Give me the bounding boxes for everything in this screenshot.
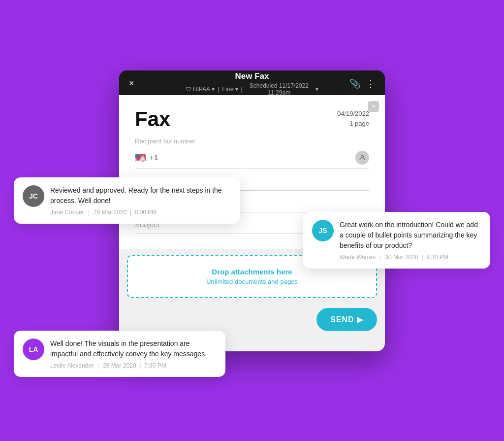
window-subtitle: 🛡 HIPAA ▾ | Fine ▾ | Scheduled 11/17/202… — [186, 82, 318, 96]
comment-meta-jc: Jane Cooper | 29 Mar 2020 | 8:00 PM — [50, 209, 231, 216]
avatar-jc: JC — [23, 185, 44, 207]
comment-text-js: Great work on the introduction! Could we… — [340, 220, 481, 251]
comment-date-js: 30 Mar 2020 | 9:30 PM — [385, 254, 448, 261]
phone-field[interactable]: 🇺🇸 +1 — [135, 147, 369, 169]
more-icon[interactable]: ⋮ — [366, 78, 375, 89]
scheduled-badge[interactable]: Scheduled 11/17/2022 11:29am — [246, 82, 313, 96]
comment-date-jc: 29 Mar 2020 | 8:00 PM — [94, 209, 157, 216]
title-bar-center: New Fax 🛡 HIPAA ▾ | Fine ▾ | Scheduled 1… — [186, 71, 318, 96]
fax-meta: 04/19/2022 1 page — [337, 109, 369, 130]
comment-text-jc: Reviewed and approved. Ready for the nex… — [50, 185, 231, 206]
comment-content-jc: Reviewed and approved. Ready for the nex… — [50, 185, 231, 216]
fax-paper-close[interactable]: × — [368, 101, 379, 112]
title-bar: × New Fax 🛡 HIPAA ▾ | Fine ▾ | Scheduled… — [119, 70, 385, 95]
separator1: | — [218, 86, 219, 93]
comment-name-jc: Jane Cooper — [50, 209, 84, 216]
comment-content-js: Great work on the introduction! Could we… — [340, 220, 481, 261]
hipaa-badge[interactable]: 🛡 HIPAA ▾ — [186, 86, 215, 93]
quality-chevron: ▾ — [235, 86, 238, 93]
comment-content-la: Well done! The visuals in the presentati… — [50, 339, 217, 369]
drop-title: Drop attachments here — [140, 268, 364, 276]
avatar-la: LA — [23, 339, 44, 360]
hipaa-chevron: ▾ — [212, 86, 215, 93]
separator2: | — [241, 86, 243, 93]
send-button[interactable]: SEND ▶ — [316, 308, 377, 331]
comment-text-la: Well done! The visuals in the presentati… — [50, 339, 217, 359]
contacts-icon[interactable] — [355, 151, 369, 165]
recipient-label: Recipient fax number — [135, 137, 369, 145]
comment-card-la: LA Well done! The visuals in the present… — [14, 331, 225, 377]
comment-meta-la: Leslie Alexander | 28 Mar 2020 | 7:30 PM — [50, 362, 217, 369]
fax-header: Fax 04/19/2022 1 page — [135, 109, 369, 130]
drop-subtitle: Unlimited documents and pages — [140, 278, 364, 285]
avatar-js: JS — [312, 220, 334, 241]
shield-icon: 🛡 — [186, 86, 191, 93]
attachment-icon[interactable]: 📎 — [349, 78, 360, 89]
quality-badge[interactable]: Fine ▾ — [222, 86, 238, 93]
title-bar-left: × — [129, 78, 134, 89]
window-title: New Fax — [186, 71, 318, 81]
fax-title: Fax — [135, 109, 170, 130]
comment-meta-js: Wade Warren | 30 Mar 2020 | 9:30 PM — [340, 254, 481, 261]
phone-prefix: +1 — [150, 153, 158, 162]
scheduled-chevron: ▾ — [315, 86, 318, 93]
flag-icon: 🇺🇸 — [135, 152, 146, 163]
close-button[interactable]: × — [129, 78, 134, 89]
title-bar-right: 📎 ⋮ — [349, 78, 375, 89]
fax-pages: 1 page — [337, 119, 369, 129]
comment-card-jc: JC Reviewed and approved. Ready for the … — [14, 177, 240, 224]
phone-input[interactable] — [162, 153, 351, 162]
comment-card-js: JS Great work on the introduction! Could… — [303, 212, 490, 269]
comment-name-la: Leslie Alexander — [50, 362, 94, 369]
comment-name-js: Wade Warren — [340, 254, 376, 261]
fax-date: 04/19/2022 — [337, 109, 369, 119]
comment-date-la: 28 Mar 2020 | 7:30 PM — [103, 362, 166, 369]
